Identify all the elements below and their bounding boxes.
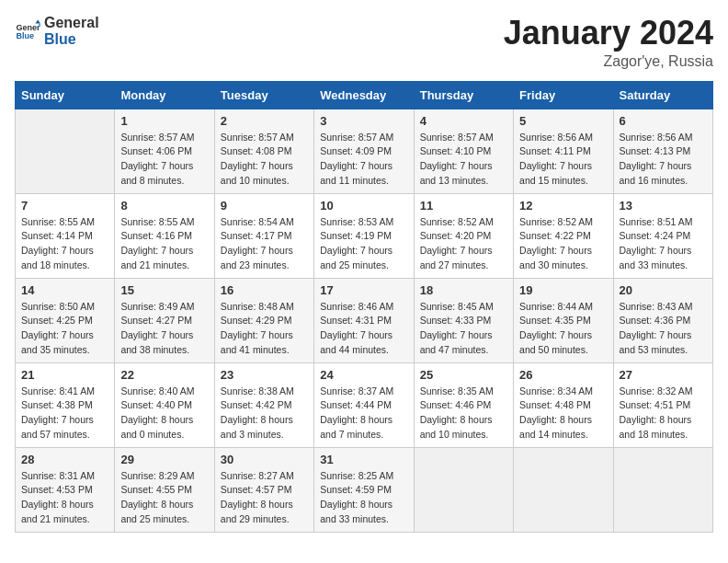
calendar-cell: 11Sunrise: 8:52 AMSunset: 4:20 PMDayligh… [414, 193, 513, 278]
header-day-saturday: Saturday [613, 81, 712, 109]
calendar-cell: 23Sunrise: 8:38 AMSunset: 4:42 PMDayligh… [214, 362, 313, 447]
svg-text:Blue: Blue [16, 31, 34, 40]
day-info: Sunrise: 8:38 AMSunset: 4:42 PMDaylight:… [221, 385, 308, 442]
day-number: 28 [21, 453, 108, 466]
calendar-week-row: 14Sunrise: 8:50 AMSunset: 4:25 PMDayligh… [16, 278, 713, 362]
calendar-cell: 8Sunrise: 8:55 AMSunset: 4:16 PMDaylight… [115, 193, 214, 278]
day-number: 12 [519, 199, 607, 213]
calendar-cell: 28Sunrise: 8:31 AMSunset: 4:53 PMDayligh… [16, 447, 115, 532]
day-info: Sunrise: 8:48 AMSunset: 4:29 PMDaylight:… [221, 300, 308, 358]
day-info: Sunrise: 8:51 AMSunset: 4:24 PMDaylight:… [620, 215, 707, 273]
day-info: Sunrise: 8:50 AMSunset: 4:25 PMDaylight:… [21, 300, 108, 358]
calendar-cell: 7Sunrise: 8:55 AMSunset: 4:14 PMDaylight… [16, 193, 115, 278]
day-info: Sunrise: 8:49 AMSunset: 4:27 PMDaylight:… [120, 300, 208, 358]
day-number: 29 [120, 453, 208, 466]
day-info: Sunrise: 8:32 AMSunset: 4:51 PMDaylight:… [620, 385, 707, 442]
logo-blue-text: Blue [44, 31, 76, 47]
location-title: Zagor'ye, Russia [504, 53, 713, 70]
header-day-tuesday: Tuesday [214, 81, 313, 109]
day-info: Sunrise: 8:55 AMSunset: 4:16 PMDaylight:… [120, 215, 208, 273]
day-info: Sunrise: 8:56 AMSunset: 4:11 PMDaylight:… [519, 131, 607, 189]
day-number: 7 [21, 199, 108, 213]
day-number: 13 [620, 199, 707, 213]
day-number: 14 [21, 283, 108, 297]
day-info: Sunrise: 8:25 AMSunset: 4:59 PMDaylight:… [320, 469, 407, 527]
calendar-cell: 15Sunrise: 8:49 AMSunset: 4:27 PMDayligh… [115, 278, 214, 362]
day-info: Sunrise: 8:34 AMSunset: 4:48 PMDaylight:… [519, 385, 607, 442]
calendar-cell [613, 447, 712, 532]
day-number: 18 [420, 283, 507, 297]
logo-general-text: General [44, 15, 99, 30]
day-info: Sunrise: 8:45 AMSunset: 4:33 PMDaylight:… [420, 300, 507, 358]
header-day-thursday: Thursday [414, 81, 513, 109]
calendar-cell: 10Sunrise: 8:53 AMSunset: 4:19 PMDayligh… [314, 193, 414, 278]
day-info: Sunrise: 8:52 AMSunset: 4:20 PMDaylight:… [420, 215, 507, 273]
day-number: 19 [519, 283, 607, 297]
day-number: 26 [519, 368, 607, 382]
day-info: Sunrise: 8:37 AMSunset: 4:44 PMDaylight:… [320, 385, 407, 442]
day-number: 16 [221, 283, 308, 297]
calendar-cell: 25Sunrise: 8:35 AMSunset: 4:46 PMDayligh… [414, 362, 513, 447]
calendar-cell: 22Sunrise: 8:40 AMSunset: 4:40 PMDayligh… [115, 362, 214, 447]
day-number: 31 [320, 453, 407, 466]
day-number: 20 [620, 283, 707, 297]
calendar-cell [16, 109, 115, 193]
day-number: 9 [221, 199, 308, 213]
day-info: Sunrise: 8:57 AMSunset: 4:08 PMDaylight:… [221, 131, 308, 189]
header-day-sunday: Sunday [16, 81, 115, 109]
calendar-cell: 14Sunrise: 8:50 AMSunset: 4:25 PMDayligh… [16, 278, 115, 362]
day-number: 21 [21, 368, 108, 382]
day-info: Sunrise: 8:35 AMSunset: 4:46 PMDaylight:… [420, 385, 507, 442]
day-number: 15 [120, 283, 208, 297]
calendar-week-row: 7Sunrise: 8:55 AMSunset: 4:14 PMDaylight… [16, 193, 713, 278]
calendar-cell: 5Sunrise: 8:56 AMSunset: 4:11 PMDaylight… [514, 109, 613, 193]
calendar-cell: 6Sunrise: 8:56 AMSunset: 4:13 PMDaylight… [613, 109, 712, 193]
svg-marker-2 [35, 19, 40, 23]
calendar-cell: 12Sunrise: 8:52 AMSunset: 4:22 PMDayligh… [514, 193, 613, 278]
calendar-cell: 20Sunrise: 8:43 AMSunset: 4:36 PMDayligh… [613, 278, 712, 362]
day-number: 6 [620, 114, 707, 128]
day-number: 4 [420, 114, 507, 128]
day-info: Sunrise: 8:57 AMSunset: 4:09 PMDaylight:… [320, 131, 407, 189]
day-number: 8 [120, 199, 208, 213]
calendar-cell: 30Sunrise: 8:27 AMSunset: 4:57 PMDayligh… [214, 447, 313, 532]
svg-text:General: General [16, 22, 40, 31]
day-number: 27 [620, 368, 707, 382]
logo-icon: General Blue [15, 18, 40, 44]
day-info: Sunrise: 8:44 AMSunset: 4:35 PMDaylight:… [519, 300, 607, 358]
day-number: 24 [320, 368, 407, 382]
day-info: Sunrise: 8:27 AMSunset: 4:57 PMDaylight:… [221, 469, 308, 527]
day-info: Sunrise: 8:54 AMSunset: 4:17 PMDaylight:… [221, 215, 308, 273]
calendar-cell: 3Sunrise: 8:57 AMSunset: 4:09 PMDaylight… [314, 109, 414, 193]
calendar-week-row: 28Sunrise: 8:31 AMSunset: 4:53 PMDayligh… [16, 447, 713, 532]
day-number: 25 [420, 368, 507, 382]
header-day-monday: Monday [115, 81, 214, 109]
day-number: 5 [519, 114, 607, 128]
calendar-cell: 31Sunrise: 8:25 AMSunset: 4:59 PMDayligh… [314, 447, 414, 532]
calendar-table: SundayMondayTuesdayWednesdayThursdayFrid… [15, 81, 713, 533]
day-number: 3 [320, 114, 407, 128]
calendar-week-row: 1Sunrise: 8:57 AMSunset: 4:06 PMDaylight… [16, 109, 713, 193]
day-number: 10 [320, 199, 407, 213]
calendar-cell: 1Sunrise: 8:57 AMSunset: 4:06 PMDaylight… [115, 109, 214, 193]
day-info: Sunrise: 8:52 AMSunset: 4:22 PMDaylight:… [519, 215, 607, 273]
calendar-cell: 4Sunrise: 8:57 AMSunset: 4:10 PMDaylight… [414, 109, 513, 193]
day-info: Sunrise: 8:40 AMSunset: 4:40 PMDaylight:… [120, 385, 208, 442]
calendar-header-row: SundayMondayTuesdayWednesdayThursdayFrid… [16, 81, 713, 109]
calendar-cell: 27Sunrise: 8:32 AMSunset: 4:51 PMDayligh… [613, 362, 712, 447]
calendar-week-row: 21Sunrise: 8:41 AMSunset: 4:38 PMDayligh… [16, 362, 713, 447]
day-number: 11 [420, 199, 507, 213]
logo: General Blue General Blue [15, 15, 99, 47]
day-info: Sunrise: 8:43 AMSunset: 4:36 PMDaylight:… [620, 300, 707, 358]
day-info: Sunrise: 8:31 AMSunset: 4:53 PMDaylight:… [21, 469, 108, 527]
day-number: 23 [221, 368, 308, 382]
calendar-cell [514, 447, 613, 532]
day-number: 17 [320, 283, 407, 297]
calendar-cell: 29Sunrise: 8:29 AMSunset: 4:55 PMDayligh… [115, 447, 214, 532]
header: General Blue General Blue January 2024 Z… [15, 15, 713, 70]
calendar-cell: 9Sunrise: 8:54 AMSunset: 4:17 PMDaylight… [214, 193, 313, 278]
header-day-friday: Friday [514, 81, 613, 109]
calendar-cell: 13Sunrise: 8:51 AMSunset: 4:24 PMDayligh… [613, 193, 712, 278]
day-number: 30 [221, 453, 308, 466]
calendar-cell [414, 447, 513, 532]
